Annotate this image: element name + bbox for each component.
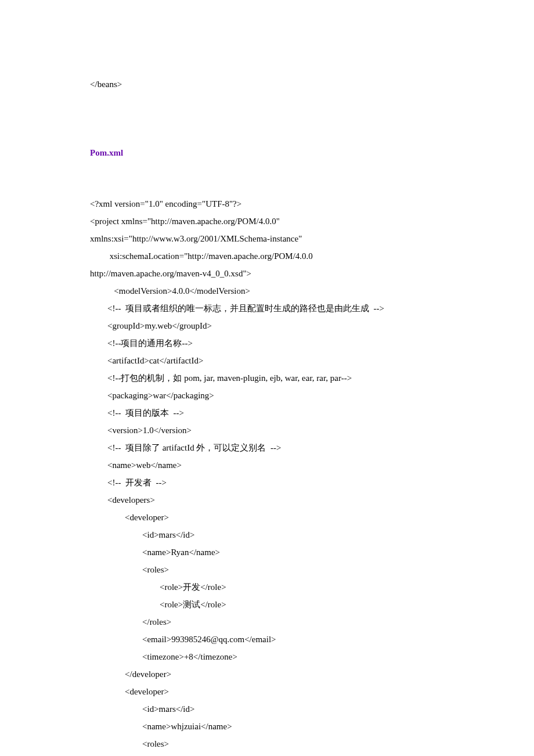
code-line: </roles> xyxy=(90,613,444,631)
code-line: <packaging>war</packaging> xyxy=(90,387,444,404)
code-line: <!--项目的通用名称--> xyxy=(90,334,444,352)
code-line xyxy=(90,178,444,195)
code-line: <role>开发</role> xyxy=(90,753,444,756)
code-line: <id>mars</id> xyxy=(90,700,444,718)
code-line: <artifactId>cat</artifactId> xyxy=(90,352,444,369)
code-line: http://maven.apache.org/maven-v4_0_0.xsd… xyxy=(90,265,444,282)
code-content: </beans> Pom.xml <?xml version="1.0" enc… xyxy=(90,75,444,756)
code-line: <email>993985246@qq.com</email> xyxy=(90,631,444,648)
code-line: <developer> xyxy=(90,509,444,526)
code-line: xmlns:xsi="http://www.w3.org/2001/XMLSch… xyxy=(90,230,444,247)
code-line: </developer> xyxy=(90,665,444,683)
document-page: </beans> Pom.xml <?xml version="1.0" enc… xyxy=(0,0,534,756)
code-line: xsi:schemaLocation="http://maven.apache.… xyxy=(90,247,444,265)
code-line: <project xmlns="http://maven.apache.org/… xyxy=(90,213,444,230)
code-line xyxy=(90,110,444,128)
code-line: <developer> xyxy=(90,683,444,700)
code-line: <roles> xyxy=(90,561,444,578)
code-line: <id>mars</id> xyxy=(90,526,444,543)
code-line: <groupId>my.web</groupId> xyxy=(90,317,444,334)
code-line: </beans> xyxy=(90,75,444,93)
code-line: <developers> xyxy=(90,491,444,509)
code-line: <timezone>+8</timezone> xyxy=(90,648,444,665)
code-line: <!-- 项目除了 artifactId 外，可以定义别名 --> xyxy=(90,439,444,456)
code-line: <!-- 开发者 --> xyxy=(90,474,444,491)
code-line xyxy=(90,93,444,110)
code-line: <!--打包的机制，如 pom, jar, maven-plugin, ejb,… xyxy=(90,369,444,387)
code-line: <roles> xyxy=(90,735,444,753)
code-line: <name>whjzuiai</name> xyxy=(90,718,444,735)
code-line: <!-- 项目的版本 --> xyxy=(90,404,444,422)
code-line: <role>开发</role> xyxy=(90,578,444,596)
code-line: <role>测试</role> xyxy=(90,596,444,613)
code-line: <?xml version="1.0" encoding="UTF-8"?> xyxy=(90,195,444,213)
section-heading: Pom.xml xyxy=(90,144,444,161)
code-line: <modelVersion>4.0.0</modelVersion> xyxy=(90,282,444,300)
code-line: <name>Ryan</name> xyxy=(90,543,444,561)
code-line: <!-- 项目或者组织的唯一标志，并且配置时生成的路径也是由此生成 --> xyxy=(90,300,444,317)
code-line: <version>1.0</version> xyxy=(90,422,444,439)
code-line: <name>web</name> xyxy=(90,456,444,474)
